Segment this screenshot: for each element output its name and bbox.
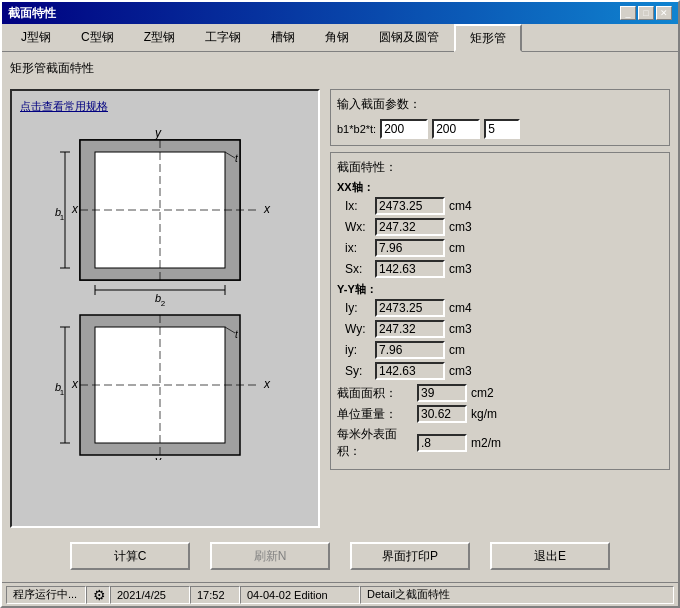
status-icon: ⚙	[86, 586, 110, 604]
iy2-unit: cm	[449, 343, 465, 357]
ix2-value	[375, 239, 445, 257]
wx-unit: cm3	[449, 220, 472, 234]
iy2-row: iy: cm	[337, 341, 663, 359]
tab-round[interactable]: 圆钢及圆管	[364, 24, 454, 51]
sx-unit: cm3	[449, 262, 472, 276]
extra-props: 截面面积： cm2 单位重量： kg/m 每米外表面积： m2/m	[337, 384, 663, 460]
svg-text:y: y	[154, 454, 162, 460]
ix-label: Ix:	[345, 199, 375, 213]
surface-value	[417, 434, 467, 452]
ix2-row: ix: cm	[337, 239, 663, 257]
title-bar: 截面特性 _ □ ✕	[2, 2, 678, 24]
sx-label: Sx:	[345, 262, 375, 276]
area-value	[417, 384, 467, 402]
status-detail: Detail之截面特性	[360, 586, 674, 604]
section-diagram: x x y b 1 b 2 t	[20, 120, 300, 460]
iy2-label: iy:	[345, 343, 375, 357]
svg-text:x: x	[263, 202, 271, 216]
area-label: 截面面积：	[337, 385, 417, 402]
weight-value	[417, 405, 467, 423]
svg-text:1: 1	[60, 388, 65, 397]
xx-axis-label: XX轴：	[337, 180, 663, 195]
props-title: 截面特性：	[337, 159, 663, 176]
ix-unit: cm4	[449, 199, 472, 213]
param-b1-input[interactable]	[380, 119, 428, 139]
wx-row: Wx: cm3	[337, 218, 663, 236]
tab-bar: J型钢 C型钢 Z型钢 工字钢 槽钢 角钢 圆钢及圆管 矩形管	[2, 24, 678, 52]
params-title: 输入截面参数：	[337, 96, 663, 113]
content-area: 点击查看常用规格 x x y	[10, 89, 670, 528]
tab-channel[interactable]: 槽钢	[256, 24, 310, 51]
svg-text:y: y	[154, 126, 162, 140]
iy-value	[375, 299, 445, 317]
svg-text:x: x	[71, 202, 79, 216]
window-title: 截面特性	[8, 5, 56, 22]
wy-value	[375, 320, 445, 338]
param-label: b1*b2*t:	[337, 123, 376, 135]
sy-value	[375, 362, 445, 380]
ix-row: Ix: cm4	[337, 197, 663, 215]
properties-section: 截面特性： XX轴： Ix: cm4 Wx: cm3 ix:	[330, 152, 670, 470]
wy-unit: cm3	[449, 322, 472, 336]
ix2-unit: cm	[449, 241, 465, 255]
wx-label: Wx:	[345, 220, 375, 234]
area-unit: cm2	[471, 386, 494, 400]
tab-rect[interactable]: 矩形管	[454, 24, 522, 52]
area-row: 截面面积： cm2	[337, 384, 663, 402]
minimize-button[interactable]: _	[620, 6, 636, 20]
tab-j-steel[interactable]: J型钢	[6, 24, 66, 51]
sx-row: Sx: cm3	[337, 260, 663, 278]
diagram-panel: 点击查看常用规格 x x y	[10, 89, 320, 528]
print-button[interactable]: 界面打印P	[350, 542, 470, 570]
surface-label: 每米外表面积：	[337, 426, 417, 460]
sx-value	[375, 260, 445, 278]
surface-row: 每米外表面积： m2/m	[337, 426, 663, 460]
tab-c-steel[interactable]: C型钢	[66, 24, 129, 51]
status-time: 17:52	[190, 586, 240, 604]
weight-row: 单位重量： kg/m	[337, 405, 663, 423]
svg-text:x: x	[71, 377, 79, 391]
section-title: 矩形管截面特性	[10, 60, 670, 77]
svg-text:2: 2	[161, 299, 166, 308]
iy-label: Iy:	[345, 301, 375, 315]
iy-row: Iy: cm4	[337, 299, 663, 317]
iy2-value	[375, 341, 445, 359]
weight-label: 单位重量：	[337, 406, 417, 423]
close-button[interactable]: ✕	[656, 6, 672, 20]
common-specs-link[interactable]: 点击查看常用规格	[20, 99, 310, 114]
weight-unit: kg/m	[471, 407, 497, 421]
surface-unit: m2/m	[471, 436, 501, 450]
param-t-input[interactable]	[484, 119, 520, 139]
sy-row: Sy: cm3	[337, 362, 663, 380]
tab-i-steel[interactable]: 工字钢	[190, 24, 256, 51]
tab-angle[interactable]: 角钢	[310, 24, 364, 51]
svg-text:x: x	[263, 377, 271, 391]
ix-value	[375, 197, 445, 215]
params-section: 输入截面参数： b1*b2*t:	[330, 89, 670, 146]
right-panel: 输入截面参数： b1*b2*t: 截面特性： XX轴： Ix:	[330, 89, 670, 528]
wy-row: Wy: cm3	[337, 320, 663, 338]
sy-label: Sy:	[345, 364, 375, 378]
yy-axis-label: Y-Y轴：	[337, 282, 663, 297]
title-controls: _ □ ✕	[620, 6, 672, 20]
param-b2-input[interactable]	[432, 119, 480, 139]
wx-value	[375, 218, 445, 236]
maximize-button[interactable]: □	[638, 6, 654, 20]
calc-button[interactable]: 计算C	[70, 542, 190, 570]
status-edition: 04-04-02 Edition	[240, 586, 360, 604]
status-running: 程序运行中...	[6, 586, 86, 604]
refresh-button[interactable]: 刷新N	[210, 542, 330, 570]
status-bar: 程序运行中... ⚙ 2021/4/25 17:52 04-04-02 Edit…	[2, 582, 678, 606]
exit-button[interactable]: 退出E	[490, 542, 610, 570]
ix2-label: ix:	[345, 241, 375, 255]
params-row: b1*b2*t:	[337, 119, 663, 139]
svg-text:1: 1	[60, 213, 65, 222]
wy-label: Wy:	[345, 322, 375, 336]
buttons-row: 计算C 刷新N 界面打印P 退出E	[10, 534, 670, 574]
main-content: 矩形管截面特性 点击查看常用规格 x	[2, 52, 678, 582]
status-date: 2021/4/25	[110, 586, 190, 604]
tab-z-steel[interactable]: Z型钢	[129, 24, 190, 51]
sy-unit: cm3	[449, 364, 472, 378]
iy-unit: cm4	[449, 301, 472, 315]
main-window: 截面特性 _ □ ✕ J型钢 C型钢 Z型钢 工字钢 槽钢 角钢 圆钢及圆管 矩…	[0, 0, 680, 608]
